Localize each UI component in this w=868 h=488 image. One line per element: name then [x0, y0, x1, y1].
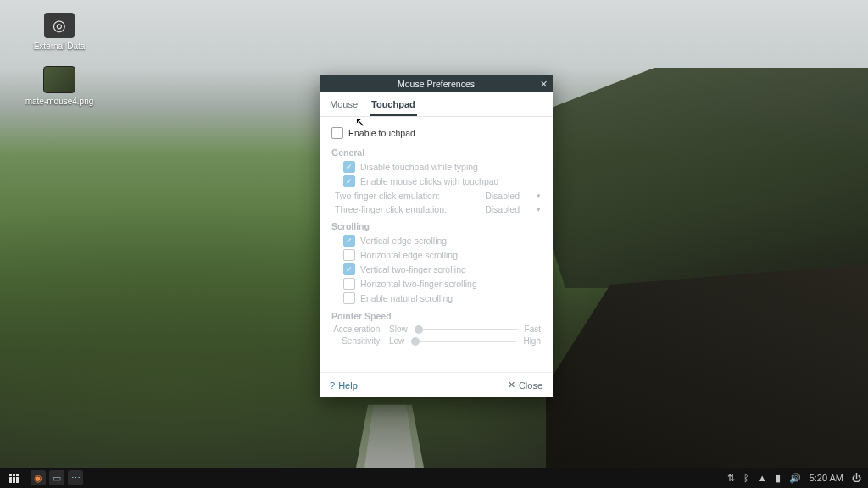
mouse-task-icon[interactable]: ⋯ — [68, 470, 83, 485]
desktop-icon-screenshot[interactable]: mate-mouse4.png — [21, 66, 97, 106]
apps-grid-icon — [9, 474, 19, 483]
acceleration-low-label: Slow — [389, 324, 408, 334]
bottom-panel: ◉ ▭ ⋯ ⇅ ᛒ ▲ ▮ 🔊 5:20 AM ⏻ — [0, 468, 868, 488]
mouse-clicks-label: Enable mouse clicks with touchpad — [360, 176, 498, 186]
desktop-icon-external-data[interactable]: ◎ External Data — [21, 13, 97, 51]
firefox-task-icon[interactable]: ◉ — [31, 470, 46, 485]
desktop-icon-label: mate-mouse4.png — [25, 97, 94, 106]
section-scrolling-title: Scrolling — [331, 221, 541, 231]
mouse-preferences-dialog: Mouse Preferences ✕ Mouse Touchpad Enabl… — [320, 75, 553, 397]
combo-value: Disabled — [485, 191, 520, 201]
disable-while-typing-label: Disable touchpad while typing — [360, 162, 478, 172]
sensitivity-low-label: Low — [389, 336, 404, 346]
sensitivity-slider[interactable] — [411, 341, 516, 342]
enable-touchpad-label: Enable touchpad — [348, 128, 415, 138]
desktop-icons: ◎ External Data mate-mouse4.png — [21, 13, 97, 106]
close-button-label: Close — [519, 380, 542, 391]
vertical-edge-scrolling-label: Vertical edge scrolling — [360, 236, 447, 246]
two-finger-emulation-combo[interactable]: Disabled ▾ — [485, 191, 541, 201]
acceleration-slider[interactable] — [415, 329, 518, 330]
dialog-footer: ? Help ✕ Close — [320, 372, 553, 397]
disk-icon: ◎ — [44, 13, 75, 38]
help-button[interactable]: ? Help — [330, 380, 358, 391]
chevron-down-icon: ▾ — [537, 205, 541, 214]
vertical-twofinger-scrolling-label: Vertical two-finger scrolling — [360, 264, 466, 274]
app-launcher-button[interactable] — [5, 469, 22, 486]
three-finger-emulation-combo[interactable]: Disabled ▾ — [485, 204, 541, 214]
horizontal-edge-scrolling-checkbox[interactable] — [343, 249, 355, 261]
acceleration-high-label: Fast — [525, 324, 541, 334]
combo-value: Disabled — [485, 204, 520, 214]
vertical-twofinger-scrolling-checkbox[interactable] — [343, 263, 355, 275]
dialog-titlebar[interactable]: Mouse Preferences ✕ — [320, 75, 553, 92]
mouse-clicks-checkbox[interactable] — [343, 175, 355, 187]
sensitivity-label: Sensitivity: — [331, 336, 382, 346]
dialog-tabs: Mouse Touchpad — [320, 92, 553, 117]
horizontal-twofinger-scrolling-checkbox[interactable] — [343, 278, 355, 290]
three-finger-emulation-label: Three-finger click emulation: — [335, 204, 447, 214]
sensitivity-high-label: High — [523, 336, 541, 346]
section-general-title: General — [331, 147, 541, 158]
files-task-icon[interactable]: ▭ — [49, 470, 64, 485]
dialog-content: Enable touchpad General Disable touchpad… — [320, 117, 553, 372]
tab-touchpad[interactable]: Touchpad — [370, 97, 417, 116]
help-icon: ? — [330, 380, 335, 391]
bluetooth-icon[interactable]: ᛒ — [743, 473, 749, 483]
desktop-icon-label: External Data — [34, 42, 86, 51]
disable-while-typing-checkbox[interactable] — [343, 161, 355, 173]
natural-scrolling-checkbox[interactable] — [343, 292, 355, 304]
section-pointer-speed-title: Pointer Speed — [331, 311, 541, 321]
close-icon[interactable]: ✕ — [540, 77, 548, 91]
two-finger-emulation-label: Two-finger click emulation: — [335, 191, 440, 201]
horizontal-edge-scrolling-label: Horizontal edge scrolling — [360, 250, 458, 260]
network-icon[interactable]: ⇅ — [727, 473, 735, 484]
acceleration-label: Acceleration: — [331, 324, 382, 334]
horizontal-twofinger-scrolling-label: Horizontal two-finger scrolling — [360, 279, 477, 289]
battery-icon[interactable]: ▮ — [776, 473, 781, 484]
clock[interactable]: 5:20 AM — [810, 473, 843, 483]
tab-mouse[interactable]: Mouse — [328, 97, 359, 116]
natural-scrolling-label: Enable natural scrolling — [360, 293, 453, 303]
close-button[interactable]: ✕ Close — [508, 380, 542, 391]
help-button-label: Help — [338, 380, 358, 391]
dialog-title: Mouse Preferences — [398, 79, 475, 89]
volume-icon[interactable]: 🔊 — [789, 473, 801, 484]
wifi-icon[interactable]: ▲ — [758, 473, 767, 483]
image-thumbnail-icon — [43, 66, 75, 93]
close-icon: ✕ — [508, 380, 515, 391]
power-icon[interactable]: ⏻ — [852, 473, 861, 483]
vertical-edge-scrolling-checkbox[interactable] — [343, 235, 355, 247]
enable-touchpad-checkbox[interactable] — [331, 127, 343, 139]
chevron-down-icon: ▾ — [537, 191, 541, 200]
